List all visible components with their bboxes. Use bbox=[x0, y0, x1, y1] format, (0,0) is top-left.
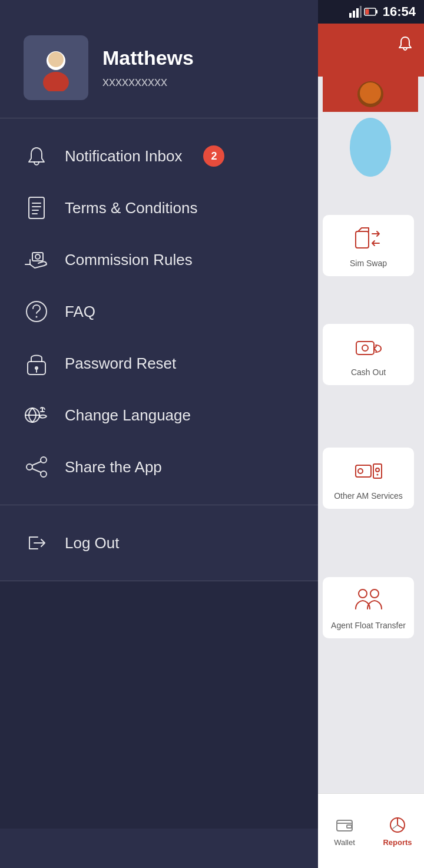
sim-swap-card[interactable]: Sim Swap bbox=[323, 215, 414, 276]
share-icon bbox=[24, 454, 49, 480]
svg-point-14 bbox=[358, 469, 363, 473]
svg-rect-1 bbox=[353, 11, 355, 18]
lock-icon bbox=[24, 350, 49, 376]
menu-item-faq[interactable]: FAQ bbox=[0, 286, 318, 337]
svg-point-41 bbox=[26, 464, 32, 470]
svg-point-8 bbox=[350, 118, 391, 177]
profile-section: Matthews xxxxxxxxxx bbox=[0, 0, 318, 118]
change-language-label: Change Language bbox=[65, 406, 191, 425]
logout-label: Log Out bbox=[65, 534, 120, 552]
share-app-label: Share the App bbox=[65, 458, 162, 476]
drawer-bottom-area bbox=[0, 581, 318, 829]
avatar bbox=[24, 35, 88, 100]
svg-rect-10 bbox=[356, 231, 369, 248]
svg-point-40 bbox=[41, 457, 47, 463]
cash-out-icon bbox=[353, 332, 384, 363]
menu-item-commission-rules[interactable]: Commission Rules bbox=[0, 234, 318, 286]
reports-nav-item[interactable]: Reports bbox=[371, 794, 424, 868]
agent-float-card[interactable]: Agent Float Transfer bbox=[323, 577, 414, 638]
svg-rect-6 bbox=[365, 9, 369, 15]
avatar-icon bbox=[32, 44, 80, 91]
profile-info: Matthews xxxxxxxxxx bbox=[102, 47, 194, 90]
terms-conditions-label: Terms & Conditions bbox=[65, 199, 197, 217]
svg-point-42 bbox=[41, 471, 47, 477]
wallet-nav-item[interactable]: Wallet bbox=[318, 794, 371, 868]
svg-rect-26 bbox=[29, 197, 44, 218]
cash-out-label: Cash Out bbox=[351, 367, 386, 377]
svg-line-43 bbox=[32, 462, 41, 465]
menu-item-change-language[interactable]: Change Language bbox=[0, 389, 318, 441]
svg-point-17 bbox=[376, 474, 378, 476]
bottom-nav: Wallet Reports bbox=[318, 793, 424, 868]
password-reset-label: Password Reset bbox=[65, 355, 176, 373]
status-time: 16:54 bbox=[383, 4, 416, 19]
svg-rect-5 bbox=[376, 10, 377, 14]
logout-section: Log Out bbox=[0, 505, 318, 581]
sim-swap-label: Sim Swap bbox=[350, 259, 387, 268]
commission-rules-label: Commission Rules bbox=[65, 251, 193, 269]
notification-inbox-label: Notification Inbox bbox=[65, 147, 182, 165]
translate-icon bbox=[24, 402, 49, 428]
menu-item-logout[interactable]: Log Out bbox=[0, 517, 318, 569]
svg-rect-0 bbox=[349, 13, 352, 18]
faq-label: FAQ bbox=[65, 303, 95, 321]
svg-point-16 bbox=[376, 468, 379, 472]
drawer: Matthews xxxxxxxxxx Notification Inbox 2 bbox=[0, 0, 318, 868]
menu-item-terms-conditions[interactable]: Terms & Conditions bbox=[0, 182, 318, 234]
document-icon bbox=[24, 195, 49, 221]
profile-id: xxxxxxxxxx bbox=[102, 74, 194, 90]
svg-point-19 bbox=[370, 589, 379, 598]
svg-line-44 bbox=[32, 469, 41, 472]
status-bar: 16:54 bbox=[318, 0, 424, 24]
promo-person-image bbox=[323, 47, 418, 177]
svg-rect-2 bbox=[356, 8, 359, 18]
logout-icon bbox=[24, 530, 49, 556]
profile-name: Matthews bbox=[102, 47, 194, 69]
svg-rect-21 bbox=[347, 825, 352, 828]
menu-section: Notification Inbox 2 Terms & Conditions bbox=[0, 118, 318, 505]
sim-swap-icon bbox=[353, 223, 384, 254]
svg-point-34 bbox=[36, 316, 38, 318]
svg-point-18 bbox=[359, 589, 367, 598]
menu-item-notification-inbox[interactable]: Notification Inbox 2 bbox=[0, 130, 318, 182]
other-am-services-card[interactable]: Other AM Services bbox=[323, 448, 414, 509]
notification-badge: 2 bbox=[203, 145, 224, 167]
bell-icon bbox=[24, 143, 49, 169]
bell-notification-icon[interactable] bbox=[392, 31, 418, 57]
cash-out-card[interactable]: Cash Out bbox=[323, 324, 414, 385]
reports-nav-label: Reports bbox=[383, 838, 412, 847]
svg-point-9 bbox=[360, 82, 381, 104]
agent-float-icon bbox=[353, 585, 384, 616]
svg-point-25 bbox=[48, 52, 64, 67]
other-am-icon bbox=[353, 456, 384, 486]
money-hand-icon bbox=[24, 247, 49, 273]
wallet-nav-label: Wallet bbox=[334, 838, 355, 847]
menu-item-password-reset[interactable]: Password Reset bbox=[0, 337, 318, 389]
other-am-label: Other AM Services bbox=[334, 491, 403, 501]
svg-point-32 bbox=[35, 254, 40, 259]
svg-rect-11 bbox=[356, 342, 374, 355]
svg-point-24 bbox=[43, 72, 69, 91]
menu-item-share-app[interactable]: Share the App bbox=[0, 441, 318, 493]
svg-rect-3 bbox=[360, 6, 362, 18]
agent-float-label: Agent Float Transfer bbox=[331, 621, 406, 630]
svg-point-12 bbox=[362, 345, 368, 351]
question-circle-icon bbox=[24, 299, 49, 324]
signal-icons bbox=[349, 6, 378, 18]
